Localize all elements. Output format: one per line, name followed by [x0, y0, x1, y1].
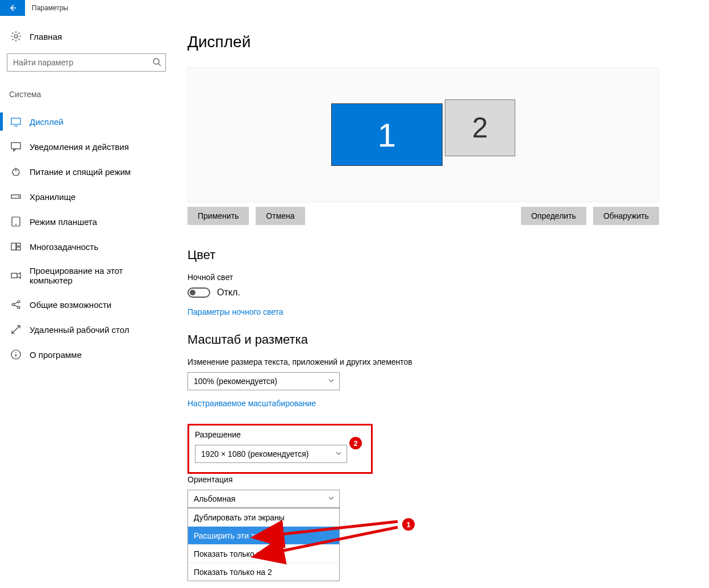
svg-point-1 — [153, 59, 159, 64]
arrow-left-icon — [8, 3, 17, 12]
multi-display-dropdown-list: Дублировать эти экраны Расширить эти экр… — [187, 508, 340, 581]
scale-dropdown[interactable]: 100% (рекомендуется) — [187, 372, 340, 390]
resolution-value: 1920 × 1080 (рекомендуется) — [201, 449, 308, 458]
svg-point-6 — [18, 196, 19, 197]
orientation-label: Ориентация — [187, 475, 686, 484]
multitask-icon — [10, 241, 22, 252]
monitor-2[interactable]: 2 — [445, 99, 515, 156]
sidebar-item-remote[interactable]: Удаленный рабочий стол — [7, 317, 164, 342]
monitor-1[interactable]: 1 — [331, 103, 443, 166]
callout-badge-2: 2 — [349, 437, 362, 449]
svg-point-8 — [15, 224, 16, 225]
share-icon — [10, 299, 22, 310]
sidebar-item-storage[interactable]: Хранилище — [7, 184, 164, 209]
sidebar-item-label: Питание и спящий режим — [30, 167, 131, 177]
svg-rect-10 — [16, 243, 20, 246]
svg-rect-12 — [11, 273, 17, 278]
resolution-label: Разрешение — [195, 430, 365, 439]
custom-scaling-link[interactable]: Настраиваемое масштабирование — [187, 399, 316, 408]
resolution-dropdown[interactable]: 1920 × 1080 (рекомендуется) — [195, 445, 347, 463]
scale-size-label: Изменение размера текста, приложений и д… — [187, 357, 686, 366]
speech-icon — [10, 141, 22, 152]
night-light-state: Откл. — [217, 287, 240, 298]
scale-dropdown-value: 100% (рекомендуется) — [194, 377, 277, 386]
project-icon — [10, 270, 22, 281]
apply-button[interactable]: Применить — [187, 207, 249, 225]
svg-rect-2 — [11, 118, 20, 124]
sidebar-group-header: Система — [7, 87, 164, 109]
sidebar-item-power[interactable]: Питание и спящий режим — [7, 159, 164, 184]
remote-icon — [10, 324, 22, 335]
search-icon — [152, 57, 161, 69]
monitor-arrangement[interactable]: 1 2 — [187, 67, 659, 202]
multi-option-duplicate[interactable]: Дублировать эти экраны — [188, 508, 339, 526]
svg-point-15 — [18, 306, 20, 308]
multi-option-show-1[interactable]: Показать только на 1 — [188, 544, 339, 562]
sidebar-item-tablet[interactable]: Режим планшета — [7, 209, 164, 234]
svg-rect-3 — [11, 143, 20, 149]
sidebar-home-label: Главная — [30, 32, 62, 41]
chevron-down-icon — [335, 449, 342, 458]
night-light-settings-link[interactable]: Параметры ночного света — [187, 307, 283, 316]
callout-badge-1: 1 — [402, 518, 415, 531]
chevron-down-icon — [328, 494, 335, 503]
svg-rect-11 — [16, 247, 20, 250]
sidebar-home[interactable]: Главная — [7, 27, 164, 45]
sidebar-item-label: Режим планшета — [30, 217, 97, 227]
info-icon — [10, 349, 22, 360]
sidebar-item-display[interactable]: Дисплей — [7, 109, 164, 134]
page-title: Дисплей — [187, 33, 686, 51]
identify-button[interactable]: Определить — [521, 207, 586, 225]
orientation-value: Альбомная — [194, 494, 235, 503]
tablet-icon — [10, 216, 22, 227]
storage-icon — [10, 191, 22, 202]
content: Дисплей 1 2 Применить Отмена Определить … — [170, 16, 709, 581]
sidebar-item-label: Общие возможности — [30, 300, 111, 310]
chevron-down-icon — [328, 377, 335, 386]
sidebar-item-about[interactable]: О программе — [7, 342, 164, 367]
multi-option-extend[interactable]: Расширить эти экраны — [188, 526, 339, 544]
sidebar-item-label: О программе — [30, 350, 82, 360]
svg-point-14 — [18, 301, 20, 303]
resolution-callout: Разрешение 1920 × 1080 (рекомендуется) 2 — [187, 424, 373, 474]
gear-icon — [10, 31, 22, 42]
sidebar-item-multitasking[interactable]: Многозадачность — [7, 234, 164, 259]
sidebar-item-label: Уведомления и действия — [30, 142, 129, 152]
orientation-dropdown[interactable]: Альбомная — [187, 490, 340, 508]
sidebar-item-shared[interactable]: Общие возможности — [7, 292, 164, 317]
color-heading: Цвет — [187, 248, 686, 262]
sidebar: Главная Система Дисплей Уведомления и де… — [0, 16, 170, 581]
sidebar-item-projecting[interactable]: Проецирование на этот компьютер — [7, 259, 164, 292]
search-input[interactable] — [7, 53, 166, 72]
scale-heading: Масштаб и разметка — [187, 332, 686, 347]
night-light-label: Ночной свет — [187, 273, 686, 282]
power-icon — [10, 166, 22, 177]
display-icon — [10, 116, 22, 127]
window-title: Параметры — [32, 4, 68, 12]
svg-point-0 — [14, 35, 18, 38]
sidebar-item-label: Дисплей — [30, 117, 64, 127]
sidebar-item-label: Многозадачность — [30, 242, 98, 252]
svg-rect-9 — [11, 243, 16, 250]
svg-point-13 — [12, 303, 14, 306]
sidebar-item-notifications[interactable]: Уведомления и действия — [7, 134, 164, 159]
sidebar-item-label: Хранилище — [30, 192, 76, 202]
sidebar-item-label: Удаленный рабочий стол — [30, 325, 129, 335]
night-light-toggle[interactable] — [187, 287, 210, 298]
multi-option-show-2[interactable]: Показать только на 2 — [188, 562, 339, 581]
sidebar-item-label: Проецирование на этот компьютер — [30, 266, 160, 285]
back-button[interactable] — [0, 0, 25, 16]
detect-button[interactable]: Обнаружить — [593, 207, 659, 225]
cancel-button[interactable]: Отмена — [256, 207, 305, 225]
